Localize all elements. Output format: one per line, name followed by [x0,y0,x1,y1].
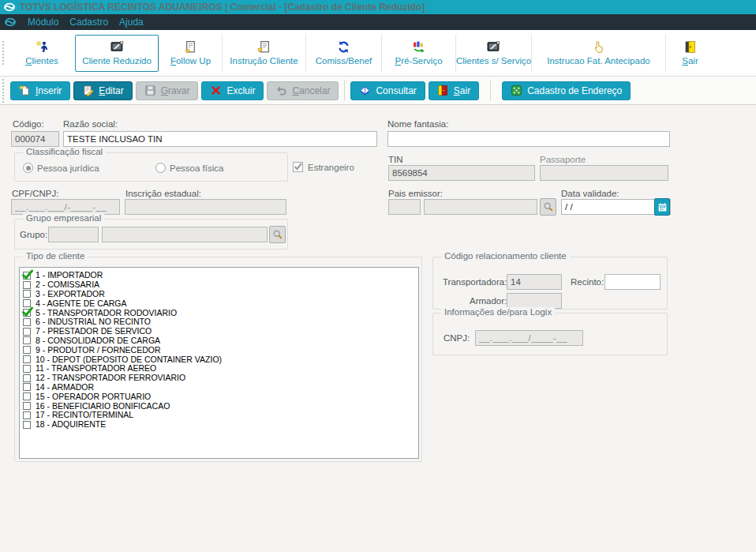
red-x-icon [210,84,222,96]
grupo-empresarial-group: Grupo empresarial Grupo: [14,219,288,250]
cadastro-endereco-button[interactable]: Cadastro de Endereço [502,81,631,100]
logix-cnpj-input [475,330,583,346]
action-toolbar: Inserir Editar Gravar Excluir Cancelar [0,77,756,105]
pointing-hand-icon [592,40,605,54]
checkbox[interactable] [23,272,31,280]
checkbox[interactable] [23,374,31,382]
classificacao-fiscal-legend: Classificação fiscal [23,147,106,156]
razao-social-input[interactable] [63,131,377,147]
checkbox[interactable] [23,309,31,317]
totvs-logo-icon [4,17,17,27]
pais-emissor-label: Pais emissor: [388,188,443,199]
checkbox[interactable] [23,290,31,298]
pais-emissor-codigo-input [388,199,421,215]
menu-item-ajuda[interactable]: Ajuda [119,17,144,28]
list-item[interactable]: 12 - TRANSPORTADOR FERROVIARIO [23,374,418,383]
checkbox[interactable] [23,336,31,344]
tab-follow-up[interactable]: Follow Up [159,35,222,72]
list-item[interactable]: 3 - EXPORTADOR [23,290,418,299]
checkbox[interactable] [23,318,31,326]
passaporte-label: Passaporte [540,154,586,165]
menu-item-cadastro[interactable]: Cadastro [69,17,108,28]
tin-label: TIN [388,154,403,165]
checkbox[interactable] [23,383,31,391]
sair-button[interactable]: Sair [429,81,479,100]
checkbox[interactable] [23,346,31,354]
pais-emissor-search-button[interactable] [540,198,556,216]
grupo-search-button[interactable] [269,226,286,243]
tab-instrucao-cliente[interactable]: Instrução Cliente [222,35,305,72]
editar-button[interactable]: Editar [73,81,132,100]
new-page-icon [19,84,31,96]
checkbox[interactable] [23,411,31,419]
consultar-button[interactable]: Consultar [350,81,425,100]
list-item[interactable]: 2 - COMISSARIA [23,280,418,290]
search-icon [543,201,554,212]
list-item[interactable]: 5 - TRANSPORTADOR RODOVIARIO [23,308,418,317]
list-item[interactable]: 7 - PRESTADOR DE SERVICO [23,327,418,336]
list-item[interactable]: 6 - INDUSTRIAL NO RECINTO [23,317,418,327]
exit-door-icon [683,40,697,54]
classificacao-fiscal-group: Classificação fiscal Pessoa jurídica Pes… [14,152,288,182]
cancelar-button: Cancelar [267,81,339,100]
data-validade-calendar-button[interactable] [654,198,670,216]
recinto-label: Recinto: [571,276,604,287]
book-icon [359,84,371,96]
inserir-button[interactable]: Inserir [10,81,70,100]
gravar-button: Gravar [136,81,199,100]
tab-comiss-benef[interactable]: Comiss/Benef [305,35,381,72]
grupo-empresarial-legend: Grupo empresarial [23,213,104,223]
monitor-pen-icon [110,40,124,54]
logix-cnpj-label: CNPJ: [443,332,470,344]
menu-item-modulo[interactable]: Módulo [28,17,58,28]
checkbox[interactable] [23,392,31,400]
list-item[interactable]: 17 - RECINTO/TERMINAL [23,411,418,420]
exit-door-icon [437,84,449,96]
list-item[interactable]: 4 - AGENTE DE CARGA [23,299,418,308]
checkbox[interactable] [23,281,31,289]
tab-cliente-reduzido[interactable]: Cliente Reduzido [75,35,159,72]
tin-input [388,165,535,181]
checkbox[interactable] [23,402,31,410]
running-person-icon [36,40,49,54]
list-item[interactable]: 9 - PRODUTOR / FORNECEDOR [23,345,418,355]
list-item[interactable]: 10 - DEPOT (DEPOSITO DE CONTAINER VAZIO) [23,355,418,364]
checkbox[interactable] [23,355,31,363]
cpf-cnpj-input [11,199,120,215]
list-item[interactable]: 15 - OPERADOR PORTUARIO [23,392,418,401]
toolbar-gripper[interactable] [2,41,6,65]
tab-bar: Clientes Cliente Reduzido Follow Up Inst… [0,30,756,77]
checkbox[interactable] [23,365,31,373]
list-item[interactable]: 8 - CONSOLIDADOR DE CARGA [23,336,418,346]
nome-fantasia-input[interactable] [387,131,670,147]
chart-arrow-icon [412,40,425,54]
relacionamento-group: Código relacionamento cliente Transporta… [432,257,668,310]
list-item[interactable]: 14 - ARMADOR [23,383,418,392]
list-item[interactable]: 1 - IMPORTADOR [23,271,418,280]
tipo-cliente-group: Tipo de cliente 1 - IMPORTADOR 2 - COMIS… [14,257,422,462]
tab-clientes-sem-servico[interactable]: Clientes s/ Serviço [455,35,531,72]
recinto-input[interactable] [604,274,661,290]
toolbar-gripper[interactable] [2,79,6,103]
toolbar-separator [344,81,345,101]
tab-instrucao-fat-antecipado[interactable]: Instrucao Fat. Antecipado [531,35,665,72]
razao-social-label: Razão social: [63,118,118,130]
checkbox[interactable] [23,421,31,429]
grupo-nome-input [102,227,268,242]
excluir-button[interactable]: Excluir [201,81,264,100]
list-item[interactable]: 11 - TRANSPORTADOR AEREO [23,364,418,374]
passaporte-input [540,165,668,181]
app-window: TOTVS LOGÍSTICA RECINTOS ADUANEIROS | Co… [0,0,756,552]
grupo-label: Grupo: [20,229,47,240]
codigo-input [11,131,59,147]
tab-pre-servico[interactable]: Pré-Serviço [381,35,455,72]
logix-legend: Informações de/para Logix [441,307,555,317]
tab-clientes[interactable]: Clientes [9,35,75,72]
calendar-icon [657,202,668,212]
inscricao-estadual-label: Inscrição estadual: [125,188,201,199]
checkbox[interactable] [23,328,31,336]
list-item[interactable]: 18 - ADQUIRENTE [23,420,418,430]
tab-sair[interactable]: Sair [665,35,714,72]
transportadora-input [507,274,562,290]
list-item[interactable]: 16 - BENEFICIARIO BONIFICACAO [23,401,418,411]
